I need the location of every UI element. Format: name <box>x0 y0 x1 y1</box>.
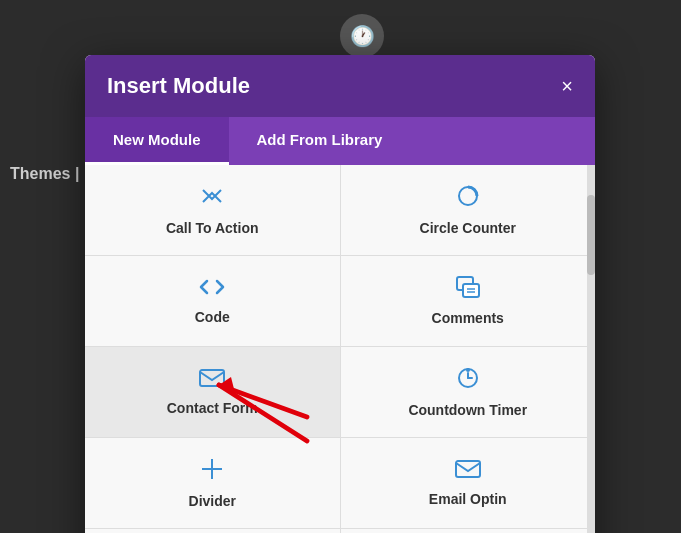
modal-header: Insert Module × <box>85 55 595 117</box>
svg-point-7 <box>466 368 470 372</box>
circle-counter-icon <box>456 184 480 212</box>
email-optin-icon <box>455 459 481 483</box>
call-to-action-icon <box>200 184 224 212</box>
call-to-action-label: Call To Action <box>166 220 259 236</box>
module-item-code[interactable]: Code <box>85 256 340 346</box>
code-icon <box>199 277 225 301</box>
clock-symbol: 🕐 <box>350 24 375 48</box>
modal-title: Insert Module <box>107 73 250 99</box>
contact-form-icon <box>199 368 225 392</box>
tab-new-module[interactable]: New Module <box>85 117 229 165</box>
module-grid: Call To Action Circle Counter <box>85 165 595 533</box>
countdown-timer-icon <box>456 366 480 394</box>
module-item-extra1[interactable] <box>85 529 340 533</box>
circle-counter-label: Circle Counter <box>420 220 516 236</box>
divider-icon <box>200 457 224 485</box>
modal-body: Call To Action Circle Counter <box>85 165 595 533</box>
module-item-comments[interactable]: Comments <box>341 256 596 346</box>
email-optin-label: Email Optin <box>429 491 507 507</box>
module-item-circle-counter[interactable]: Circle Counter <box>341 165 596 255</box>
module-item-countdown-timer[interactable]: Countdown Timer <box>341 347 596 437</box>
module-item-divider[interactable]: Divider <box>85 438 340 528</box>
svg-rect-10 <box>456 461 480 477</box>
modal-tabs: New Module Add From Library <box>85 117 595 165</box>
contact-form-label: Contact Form <box>167 400 258 416</box>
svg-rect-5 <box>200 370 224 386</box>
module-item-extra2[interactable] <box>341 529 596 533</box>
svg-rect-2 <box>463 284 479 297</box>
tab-add-from-library[interactable]: Add From Library <box>229 117 411 165</box>
scrollbar-thumb[interactable] <box>587 195 595 275</box>
module-item-call-to-action[interactable]: Call To Action <box>85 165 340 255</box>
countdown-timer-label: Countdown Timer <box>408 402 527 418</box>
code-label: Code <box>195 309 230 325</box>
scrollbar[interactable] <box>587 165 595 533</box>
bg-text: Themes | <box>10 165 79 183</box>
module-item-contact-form[interactable]: Contact Form <box>85 347 340 437</box>
insert-module-modal: Insert Module × New Module Add From Libr… <box>85 55 595 533</box>
divider-label: Divider <box>189 493 236 509</box>
module-item-email-optin[interactable]: Email Optin <box>341 438 596 528</box>
comments-icon <box>456 276 480 302</box>
comments-label: Comments <box>432 310 504 326</box>
clock-icon: 🕐 <box>340 14 384 58</box>
modal-close-button[interactable]: × <box>561 76 573 96</box>
